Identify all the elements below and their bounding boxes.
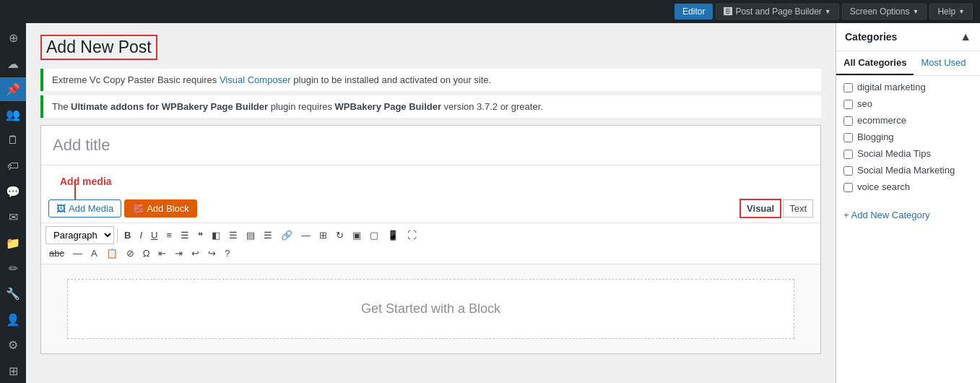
help-button[interactable]: Help ▼ — [929, 4, 973, 20]
sidebar-icon-folder[interactable]: 📁 — [0, 231, 26, 254]
outdent-button[interactable]: ⇤ — [155, 246, 170, 261]
main-layout: ⊕ ☁ 📌 👥 🗒 🏷 💬 ✉ 📁 ✏ 🔧 👤 ⚙ ⊞ Add New Post… — [0, 23, 980, 383]
top-bar: Editor 🅱 Post and Page Builder ▼ Screen … — [0, 0, 980, 23]
sidebar-icon-settings[interactable]: ⚙ — [0, 333, 26, 357]
category-label: voice search — [857, 181, 910, 192]
sidebar-icon-pages[interactable]: 🗒 — [0, 129, 26, 152]
panel-collapse-button[interactable]: ▲ — [960, 30, 971, 43]
visual-tab[interactable]: Visual — [740, 199, 781, 218]
add-media-button[interactable]: 🖼 Add Media — [48, 199, 121, 218]
link-button[interactable]: 🔗 — [277, 228, 296, 243]
editor-body[interactable]: Get Started with a Block — [41, 264, 820, 353]
page-builder-button[interactable]: 🅱 Post and Page Builder ▼ — [716, 4, 838, 20]
sidebar-icon-cloud[interactable]: ☁ — [0, 51, 26, 75]
sidebar-icon-grid[interactable]: ⊞ — [0, 358, 26, 382]
list-item: Social Media Marketing — [844, 165, 973, 176]
editor-toolbar-row: 🖼 Add Media 🧱 Add Block Visual Text — [41, 194, 820, 223]
sidebar-icon-tags[interactable]: 🏷 — [0, 154, 26, 178]
separator — [117, 229, 118, 242]
text-tab[interactable]: Text — [783, 199, 813, 218]
list-item: Blogging — [844, 132, 973, 142]
right-panel: Categories ▲ All Categories Most Used di… — [836, 23, 980, 383]
align-center-button[interactable]: ☰ — [225, 228, 241, 243]
page-builder-icon: 🅱 — [724, 7, 732, 17]
sidebar-icon-users[interactable]: 👥 — [0, 103, 26, 126]
tab-all-categories[interactable]: All Categories — [836, 51, 914, 75]
page-title-row: Add New Post — [40, 35, 821, 60]
align-justify-button[interactable]: ☰ — [260, 228, 276, 243]
blockquote-button[interactable]: ❝ — [194, 228, 207, 243]
rotate-button[interactable]: ↻ — [332, 228, 347, 243]
underline-button[interactable]: U — [147, 228, 161, 243]
starter-block-text: Get Started with a Block — [79, 301, 782, 317]
category-tabs: All Categories Most Used — [836, 51, 980, 76]
sidebar-icon-tools[interactable]: 🔧 — [0, 282, 26, 306]
list-item: ecommerce — [844, 115, 973, 126]
bold-button[interactable]: B — [121, 228, 134, 243]
category-checkbox-blogging[interactable] — [844, 133, 853, 142]
arrow-shaft — [74, 180, 76, 200]
strikethrough-button[interactable]: abc — [45, 246, 68, 261]
special-char-button[interactable]: Ω — [139, 246, 154, 261]
italic-button[interactable]: I — [136, 228, 146, 243]
media-icon: 🖼 — [56, 203, 66, 214]
unordered-list-button[interactable]: ≡ — [162, 228, 175, 243]
category-checkbox-digital-marketing[interactable] — [844, 83, 853, 92]
tab-most-used[interactable]: Most Used — [914, 51, 973, 75]
align-right-button[interactable]: ▤ — [243, 228, 259, 243]
chevron-down-icon: ▼ — [912, 8, 919, 15]
sidebar: ⊕ ☁ 📌 👥 🗒 🏷 💬 ✉ 📁 ✏ 🔧 👤 ⚙ ⊞ — [0, 23, 26, 383]
hr2-button[interactable]: — — [69, 246, 86, 261]
undo-button[interactable]: ↩ — [188, 246, 203, 261]
indent-button[interactable]: ⇥ — [171, 246, 186, 261]
category-checkbox-social-media-tips[interactable] — [844, 150, 853, 159]
sidebar-icon-pin[interactable]: 📌 — [0, 77, 26, 101]
embed-button[interactable]: ▣ — [349, 228, 365, 243]
add-media-label-row: Add media — [41, 165, 820, 194]
sidebar-icon-mail[interactable]: ✉ — [0, 205, 26, 229]
text-color-button[interactable]: A — [87, 246, 101, 261]
redo-button[interactable]: ↪ — [204, 246, 220, 261]
add-media-tooltip-label: Add media — [60, 176, 112, 187]
format-toolbar: Paragraph B I U ≡ ☰ ❝ ◧ ☰ ▤ ☰ 🔗 — ⊞ ↻ — [41, 223, 820, 264]
visual-composer-link[interactable]: Visual Composer — [220, 74, 291, 85]
add-new-category-link[interactable]: + Add New Category — [844, 210, 930, 220]
category-label: Social Media Marketing — [857, 165, 955, 176]
category-checkbox-social-media-marketing[interactable] — [844, 166, 853, 176]
editor-button[interactable]: Editor — [675, 4, 713, 20]
table-button[interactable]: ⊞ — [316, 228, 331, 243]
format-row-2: abc — A 📋 ⊘ Ω ⇤ ⇥ ↩ ↪ ? — [45, 246, 816, 261]
panel-title: Categories — [845, 31, 897, 43]
notice-visual-composer: Extreme Vc Copy Paster Basic requires Vi… — [40, 69, 821, 91]
paragraph-select[interactable]: Paragraph — [45, 226, 114, 244]
hr-button[interactable]: — — [298, 228, 314, 243]
add-block-button[interactable]: 🧱 Add Block — [124, 199, 197, 218]
help-format-button[interactable]: ? — [221, 246, 233, 261]
paste-text-button[interactable]: 📋 — [103, 246, 121, 261]
panel-header: Categories ▲ — [836, 23, 980, 51]
screen-options-button[interactable]: Screen Options ▼ — [842, 4, 927, 20]
sidebar-icon-user[interactable]: 👤 — [0, 308, 26, 332]
category-checkbox-voice-search[interactable] — [844, 183, 853, 192]
list-item: voice search — [844, 181, 973, 192]
sidebar-icon-dashboard[interactable]: ⊕ — [0, 26, 26, 50]
editor-wrapper: Add media 🖼 Add Media 🧱 Add Block Visu — [40, 125, 821, 354]
sidebar-icon-edit[interactable]: ✏ — [0, 257, 26, 280]
phone-button[interactable]: 📱 — [383, 228, 402, 243]
category-checkbox-ecommerce[interactable] — [844, 116, 853, 126]
toolbar-right: Visual Text — [740, 199, 813, 218]
block-icon: 🧱 — [132, 203, 144, 214]
starter-block[interactable]: Get Started with a Block — [67, 279, 794, 339]
clear-format-button[interactable]: ⊘ — [123, 246, 138, 261]
sidebar-icon-comments[interactable]: 💬 — [0, 180, 26, 204]
toolbar-left: 🖼 Add Media 🧱 Add Block — [48, 199, 197, 218]
category-label: ecommerce — [857, 115, 906, 126]
post-title-input[interactable] — [41, 126, 820, 165]
fullscreen-button[interactable]: ⛶ — [404, 228, 420, 243]
category-checkbox-seo[interactable] — [844, 100, 853, 109]
box-button[interactable]: ▢ — [366, 228, 382, 243]
align-left-button[interactable]: ◧ — [208, 228, 224, 243]
format-row-1: Paragraph B I U ≡ ☰ ❝ ◧ ☰ ▤ ☰ 🔗 — ⊞ ↻ — [45, 226, 816, 244]
ordered-list-button[interactable]: ☰ — [177, 228, 193, 243]
chevron-down-icon: ▼ — [958, 8, 965, 15]
